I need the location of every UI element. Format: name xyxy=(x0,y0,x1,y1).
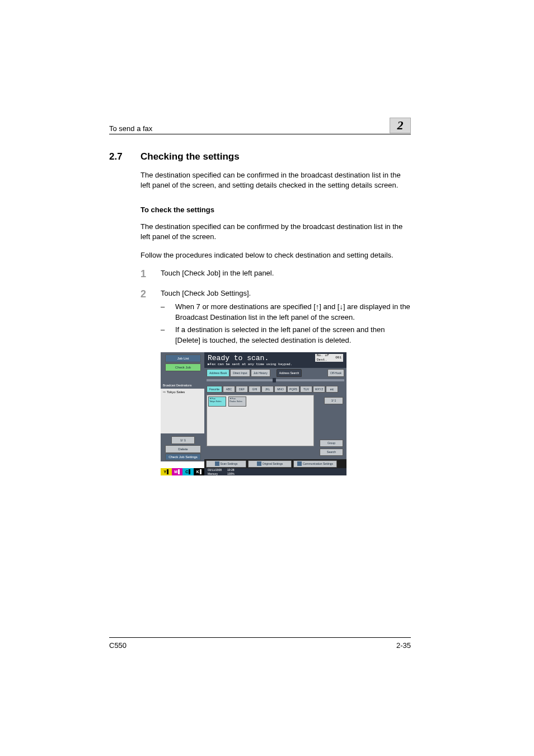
bullet-dash: – xyxy=(161,325,167,346)
status-line: 03/11/2008 Memory 10:28 100% xyxy=(204,468,346,475)
tab-address-search[interactable]: Address Search xyxy=(277,369,302,377)
alpha-jkl[interactable]: JKL xyxy=(261,386,274,393)
step-text-1: Touch [Check Job] in the left panel. xyxy=(161,268,411,281)
tab-address-book[interactable]: Address Book xyxy=(207,369,229,377)
embedded-screenshot: Ready to scan. ▶Fax can be sent at any t… xyxy=(161,352,346,475)
section-title: Checking the settings xyxy=(140,151,240,162)
alpha-etc[interactable]: etc xyxy=(326,386,338,393)
right-pager: 1/ 1 xyxy=(324,397,343,404)
step-number-2: 2 xyxy=(140,288,149,475)
chapter-number-tab: 2 xyxy=(390,118,411,133)
check-job-settings-button[interactable]: Check Job Settings xyxy=(165,454,201,460)
group-button[interactable]: Group xyxy=(320,440,343,447)
alpha-abc[interactable]: ABC xyxy=(223,386,235,393)
dest-count-box: No. of Dest.001 xyxy=(315,354,343,362)
subheading: To check the settings xyxy=(140,206,411,214)
contact-card[interactable]: ▼Fax Tokyo Sales xyxy=(208,396,226,407)
contact-card[interactable]: ▼Fax Osaka Sales xyxy=(228,396,246,407)
ready-subline: ▶Fax can be sent at any time using keypa… xyxy=(208,362,292,367)
delete-button[interactable]: Delete xyxy=(165,445,201,453)
job-list-button[interactable]: Job List xyxy=(165,354,201,362)
alpha-pqrs[interactable]: PQRS xyxy=(287,386,299,393)
running-header: To send a fax xyxy=(109,124,152,133)
tab-off-hook[interactable]: Off-Hook xyxy=(327,369,344,377)
footer-page: 2-35 xyxy=(396,641,411,650)
alpha-def[interactable]: DEF xyxy=(236,386,248,393)
step-text-2: Touch [Check Job Settings]. xyxy=(161,288,411,298)
broadcast-label: Broadcast Destinations xyxy=(163,384,191,388)
bullet-dash: – xyxy=(161,302,167,323)
step-number-1: 1 xyxy=(140,268,149,281)
check-job-button[interactable]: Check Job xyxy=(165,363,201,371)
step2-sub2: If a destination is selected in the left… xyxy=(175,325,411,346)
sub-paragraph-2: Follow the procedures indicated below to… xyxy=(140,250,411,260)
search-button[interactable]: Search xyxy=(320,449,343,456)
toner-levels: Y M C K xyxy=(161,468,204,475)
sub-paragraph-1: The destination specified can be confirm… xyxy=(140,222,411,242)
alpha-tuv[interactable]: TUV xyxy=(300,386,312,393)
step2-sub1: When 7 or more destinations are specifie… xyxy=(175,302,411,323)
intro-paragraph: The destination specified can be confirm… xyxy=(140,170,411,191)
arrow-icon: ⇨ xyxy=(163,390,166,395)
tab-job-history[interactable]: Job History xyxy=(251,369,270,377)
alpha-mno[interactable]: MNO xyxy=(274,386,287,393)
alpha-ghi[interactable]: GHI xyxy=(249,386,261,393)
alpha-favorite[interactable]: Favorite xyxy=(207,386,222,393)
section-number: 2.7 xyxy=(109,151,127,162)
tab-direct-input[interactable]: Direct Input xyxy=(230,369,250,377)
alpha-wxyz[interactable]: WXYZ xyxy=(313,386,325,393)
broadcast-list: ⇨ Tokyo Sales xyxy=(161,389,204,433)
left-pager: 1/ 1 xyxy=(171,436,195,444)
footer-model: C550 xyxy=(109,641,127,650)
list-item[interactable]: ⇨ Tokyo Sales xyxy=(161,389,204,396)
